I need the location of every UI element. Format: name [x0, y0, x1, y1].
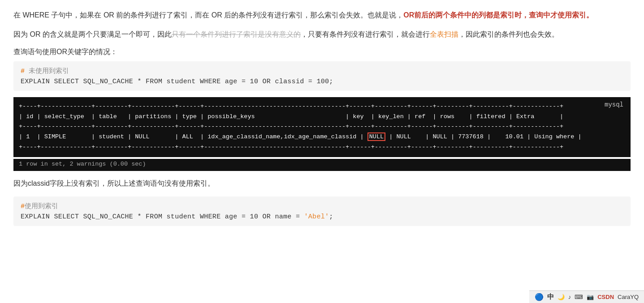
sql2-end: ; [329, 213, 333, 221]
para1-text: 在 WHERE 子句中，如果在 OR 前的条件列进行了索引，而在 OR 后的条件… [13, 11, 403, 19]
para2-after: ，只要有条件列没有进行索引，就会进行 [301, 30, 430, 38]
code-block-light-1: # 未使用到索引 EXPLAIN SELECT SQL_NO_CACHE * F… [13, 61, 631, 91]
icon-blue-circle: 🔵 [535, 293, 544, 301]
section-heading: 查询语句使用OR关键字的情况： [13, 47, 631, 57]
icon-note: ♪ [568, 294, 571, 300]
db-header-row: | id | select_type | table | partitions … [19, 112, 625, 122]
para2-before: 因为 OR 的含义就是两个只要满足一个即可，因此 [13, 30, 172, 38]
paragraph-1: 在 WHERE 子句中，如果在 OR 前的条件列进行了索引，而在 OR 后的条件… [13, 9, 631, 22]
para2-orange: 全表扫描 [430, 30, 458, 38]
paragraph-2: 因为 OR 的含义就是两个只要满足一个即可，因此只有一个条件列进行了索引是没有意… [13, 28, 631, 41]
db-border-bottom: +----+--------------+---------+---------… [19, 142, 625, 153]
username: CaraYQ [618, 294, 639, 300]
db-label: mysql [605, 100, 623, 110]
comment2-rest: 使用到索引 [25, 203, 58, 210]
bottom-bar: 🔵 中 🌙 ♪ ⌨ 📷 CSDN CaraYQ [529, 290, 644, 303]
db-footer: 1 row in set, 2 warnings (0.00 sec) [13, 159, 631, 171]
paragraph-4: 因为classid字段上没有索引，所以上述查询语句没有使用索引。 [13, 177, 631, 190]
comment2-hash: # [21, 203, 25, 210]
db-result-container: mysql +----+--------------+---------+---… [13, 97, 631, 158]
icon-keyboard: ⌨ [575, 294, 583, 300]
db-border-top: +----+--------------+---------+---------… [19, 102, 625, 112]
para1-bold: OR前后的两个条件中的列都是索引时，查询中才使用索引。 [403, 11, 593, 19]
null-badge: NULL [367, 132, 385, 141]
comment-text: 未使用到索引 [25, 68, 69, 75]
db-sep-row: +----+--------------+---------+---------… [19, 122, 625, 132]
para2-end: ，因此索引的条件列也会失效。 [458, 30, 559, 38]
sql-line-1: EXPLAIN SELECT SQL_NO_CACHE * FROM stude… [21, 78, 623, 85]
sql-line-2: EXPLAIN SELECT SQL_NO_CACHE * FROM stude… [21, 213, 623, 221]
db-data-row: | 1 | SIMPLE | student | NULL | ALL | id… [19, 132, 625, 142]
icon-camera: 📷 [587, 294, 594, 300]
code-comment-1: # 未使用到索引 [21, 67, 623, 75]
icon-moon: 🌙 [558, 294, 565, 300]
code-comment-2: #使用到索引 [21, 202, 623, 210]
icon-zh: 中 [547, 293, 554, 301]
sql2-str: 'Abel' [304, 213, 329, 221]
comment-hash: # [21, 68, 25, 75]
code-block-light-2: #使用到索引 EXPLAIN SELECT SQL_NO_CACHE * FRO… [13, 196, 631, 226]
sql2-pre: EXPLAIN SELECT SQL_NO_CACHE * FROM stude… [21, 213, 304, 221]
brand-csdn: CSDN [597, 294, 614, 300]
content-area: 在 WHERE 子句中，如果在 OR 前的条件列进行了索引，而在 OR 后的条件… [13, 9, 631, 226]
para2-strike: 只有一个条件列进行了索引是没有意义的 [172, 30, 301, 38]
